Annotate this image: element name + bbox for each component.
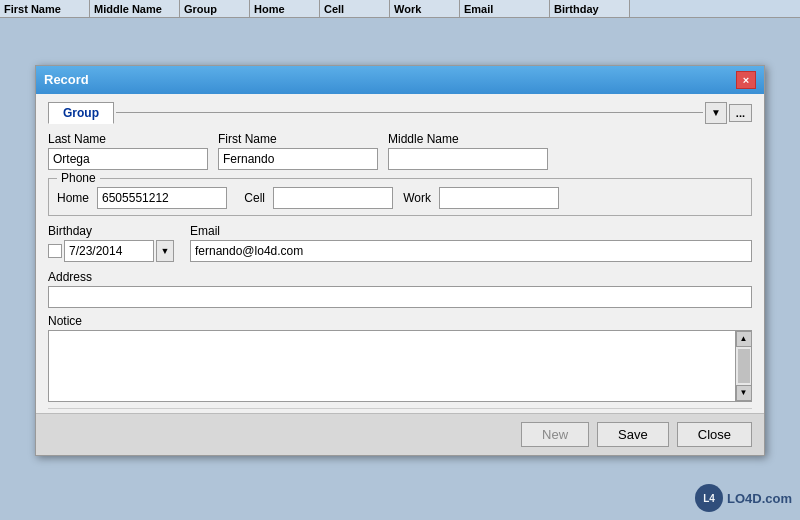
first-name-group: First Name [218,132,378,170]
bg-table-header: First Name Middle Name Group Home Cell W… [0,0,800,18]
new-button[interactable]: New [521,422,589,447]
cell-label: Cell [235,191,265,205]
cell-input[interactable] [273,187,393,209]
notice-label: Notice [48,314,752,328]
email-input[interactable] [190,240,752,262]
phone-row: Home Cell Work [57,187,743,209]
birthday-email-row: Birthday ▼ Email [48,224,752,262]
birthday-input-row: ▼ [48,240,174,262]
last-name-label: Last Name [48,132,208,146]
notice-scrollbar-area: ▲ ▼ [48,330,752,402]
tab-row: Group ▼ ... [48,102,752,124]
middle-name-label: Middle Name [388,132,548,146]
birthday-input[interactable] [64,240,154,262]
col-birthday: Birthday [550,0,630,17]
record-dialog: Record × Group ▼ ... Last Name First Nam… [35,65,765,456]
save-button[interactable]: Save [597,422,669,447]
address-input[interactable] [48,286,752,308]
name-row: Last Name First Name Middle Name [48,132,752,170]
last-name-group: Last Name [48,132,208,170]
dialog-titlebar: Record × [36,66,764,94]
first-name-input[interactable] [218,148,378,170]
scrollbar-up-icon[interactable]: ▲ [736,331,752,347]
middle-name-group: Middle Name [388,132,548,170]
scrollbar-thumb[interactable] [738,349,750,383]
birthday-dropdown-icon[interactable]: ▼ [156,240,174,262]
col-group: Group [180,0,250,17]
birthday-section: Birthday ▼ [48,224,174,262]
birthday-checkbox[interactable] [48,244,62,258]
tab-group[interactable]: Group [48,102,114,124]
col-cell: Cell [320,0,390,17]
tab-spacer [116,112,703,113]
first-name-label: First Name [218,132,378,146]
col-middle-name: Middle Name [90,0,180,17]
col-home: Home [250,0,320,17]
watermark-brand: LO4D.com [727,491,792,506]
watermark-logo: L4 [695,484,723,512]
phone-legend: Phone [57,171,100,185]
notice-input[interactable] [49,331,735,401]
dialog-footer: New Save Close [36,413,764,455]
close-icon[interactable]: × [736,71,756,89]
dialog-divider [48,408,752,409]
notice-section: Notice ▲ ▼ [48,314,752,402]
col-email: Email [460,0,550,17]
home-label: Home [57,191,89,205]
email-section: Email [190,224,752,262]
scrollbar-down-icon[interactable]: ▼ [736,385,752,401]
close-button[interactable]: Close [677,422,752,447]
home-input[interactable] [97,187,227,209]
tab-more[interactable]: ... [729,104,752,122]
watermark: L4 LO4D.com [695,484,792,512]
email-label: Email [190,224,752,238]
phone-group: Phone Home Cell Work [48,178,752,216]
work-label: Work [401,191,431,205]
work-input[interactable] [439,187,559,209]
last-name-input[interactable] [48,148,208,170]
col-work: Work [390,0,460,17]
middle-name-input[interactable] [388,148,548,170]
address-label: Address [48,270,752,284]
col-first-name: First Name [0,0,90,17]
birthday-label: Birthday [48,224,174,238]
dialog-body: Group ▼ ... Last Name First Name Middle … [36,94,764,413]
address-section: Address [48,270,752,308]
tab-dropdown[interactable]: ▼ [705,102,727,124]
dialog-title: Record [44,72,89,87]
scrollbar-track: ▲ ▼ [735,331,751,401]
